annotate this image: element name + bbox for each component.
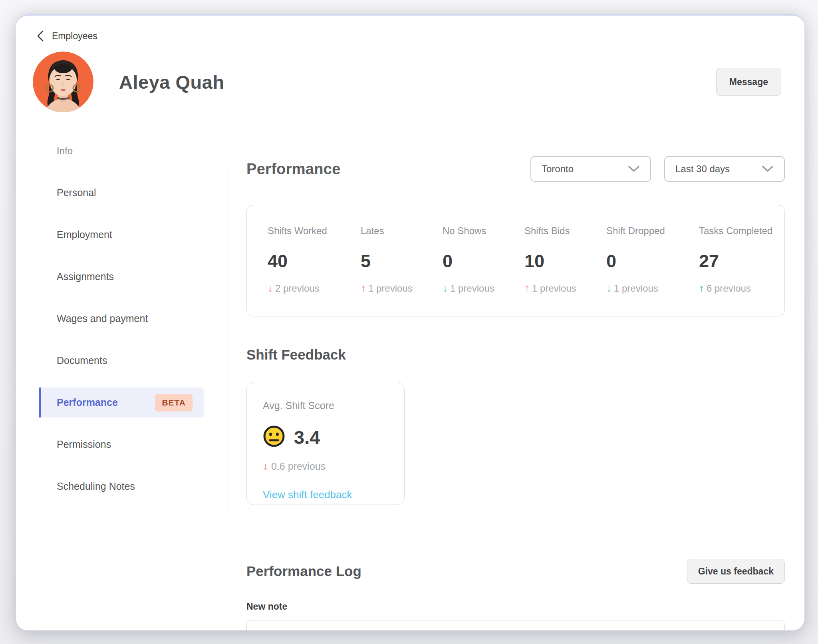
sidebar-item-personal[interactable]: Personal [39, 178, 204, 208]
date-range-dropdown[interactable]: Last 30 days [664, 156, 785, 182]
sidebar-item-label: Performance [57, 397, 118, 408]
profile-header: Aleya Quah Message [16, 42, 804, 112]
page-title: Aleya Quah [119, 71, 224, 93]
sidebar-item-employment[interactable]: Employment [39, 220, 204, 250]
stat-shifts-bids: Shifts Bids 10 ↑ 1 previous [524, 225, 606, 294]
location-dropdown-value: Toronto [542, 163, 574, 175]
trend-down-icon: ↓ [443, 282, 448, 294]
give-us-feedback-button[interactable]: Give us feedback [687, 559, 785, 584]
sidebar-item-wages-and-payment[interactable]: Wages and payment [39, 304, 204, 334]
performance-title: Performance [246, 161, 341, 178]
employee-profile-card: Employees [16, 14, 804, 630]
stat-no-shows: No Shows 0 ↓ 1 previous [443, 225, 524, 294]
trend-up-icon: ↑ [361, 282, 366, 294]
trend-down-icon: ↓ [268, 282, 273, 294]
breadcrumb-label[interactable]: Employees [52, 31, 97, 42]
sidebar-item-documents[interactable]: Documents [39, 346, 204, 376]
trend-up-icon: ↑ [524, 282, 530, 294]
back-chevron-icon[interactable] [36, 30, 45, 42]
section-divider [246, 534, 785, 534]
sidebar-item-scheduling-notes[interactable]: Scheduling Notes [39, 471, 204, 501]
stat-shifts-worked: Shifts Worked 40 ↓ 2 previous [268, 225, 361, 294]
trend-down-icon: ↓ [606, 282, 612, 294]
new-note-input[interactable] [246, 620, 785, 630]
view-shift-feedback-link[interactable]: View shift feedback [263, 489, 388, 501]
trend-down-icon: ↓ [263, 460, 268, 473]
trend-up-icon: ↑ [699, 282, 704, 294]
breadcrumb[interactable]: Employees [16, 16, 804, 42]
performance-log-title: Performance Log [246, 563, 361, 579]
sidebar-item-assignments[interactable]: Assignments [39, 262, 204, 292]
stats-card: Shifts Worked 40 ↓ 2 previous Lates 5 ↑ … [246, 205, 785, 316]
shift-feedback-title: Shift Feedback [246, 347, 785, 363]
stat-tasks-completed: Tasks Completed 27 ↑ 6 previous [699, 225, 784, 294]
sidebar-item-performance[interactable]: Performance BETA [39, 388, 204, 417]
avg-shift-score-value: 3.4 [294, 426, 320, 448]
chevron-down-icon [762, 165, 774, 173]
stat-shift-dropped: Shift Dropped 0 ↓ 1 previous [606, 225, 699, 294]
avg-shift-score-card: Avg. Shift Score 3.4 ↓ 0.6 previous [246, 382, 405, 505]
sidebar-divider [228, 166, 228, 512]
sidebar-section-info: Info [39, 136, 204, 166]
chevron-down-icon [628, 165, 640, 173]
stat-lates: Lates 5 ↑ 1 previous [361, 225, 443, 294]
location-dropdown[interactable]: Toronto [530, 156, 651, 182]
message-button[interactable]: Message [716, 68, 781, 96]
date-range-dropdown-value: Last 30 days [675, 163, 730, 175]
new-note-label: New note [246, 601, 785, 612]
sidebar: Info Personal Employment Assignments Wag… [16, 126, 228, 627]
beta-badge: BETA [155, 394, 193, 411]
performance-panel: Performance Toronto Last 30 days [228, 126, 804, 627]
sidebar-item-permissions[interactable]: Permissions [39, 429, 204, 459]
neutral-face-icon [263, 425, 285, 449]
avatar [33, 52, 93, 112]
